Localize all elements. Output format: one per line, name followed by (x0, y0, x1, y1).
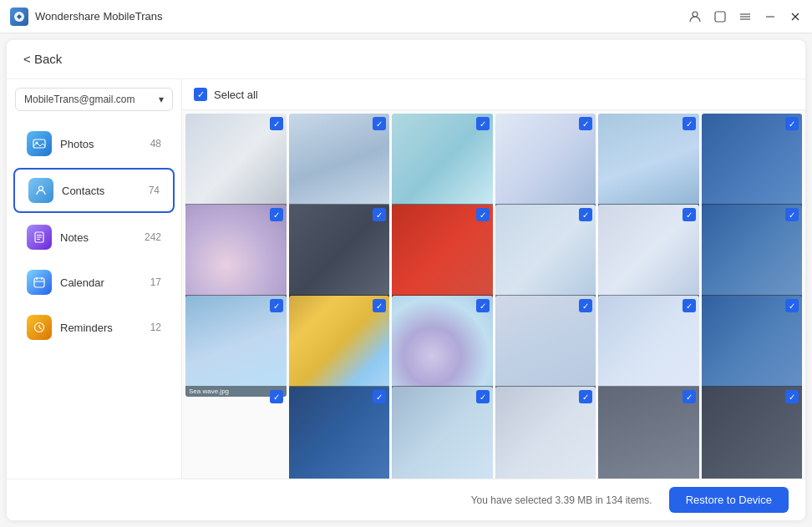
account-dropdown[interactable]: MobileTrans@gmail.com ▾ (15, 88, 173, 111)
sidebar-item-notes[interactable]: Notes 242 (13, 216, 175, 258)
photo-cell[interactable]: ✓Glass gradient.jpg (289, 296, 390, 397)
svg-rect-16 (34, 278, 44, 287)
photo-checkbox[interactable]: ✓ (579, 390, 592, 403)
photo-checkbox[interactable]: ✓ (270, 299, 283, 312)
contacts-icon (28, 178, 53, 203)
close-icon[interactable] (789, 10, 802, 23)
photos-area: ✓ Select all ✓Circular arcade.jpg✓Stairc… (182, 79, 805, 479)
sidebar-item-calendar[interactable]: Calendar 17 (13, 261, 175, 303)
bottom-bar: You have selected 3.39 MB in 134 items. … (7, 479, 805, 520)
photo-checkbox[interactable]: ✓ (476, 117, 490, 130)
photo-cell[interactable]: ✓Gradual weakness.jpg (598, 296, 699, 397)
photo-cell[interactable]: ✓ (598, 387, 699, 479)
app-title: Wondershare MobileTrans (35, 10, 688, 23)
photos-count: 48 (150, 138, 161, 149)
back-button[interactable]: < Back (23, 52, 62, 66)
sidebar-item-reminders[interactable]: Reminders 12 (13, 307, 175, 348)
photo-cell[interactable]: ✓Pink gradient.jpg (495, 205, 596, 306)
sidebar-item-photos[interactable]: Photos 48 (13, 123, 175, 165)
notes-count: 242 (145, 231, 161, 243)
contacts-label: Contacts (62, 185, 140, 197)
main-card: < Back MobileTrans@gmail.com ▾ Photos 48… (7, 40, 805, 520)
photo-checkbox[interactable]: ✓ (785, 208, 799, 221)
photo-checkbox[interactable]: ✓ (270, 208, 283, 221)
select-all-label: Select all (214, 89, 258, 101)
reminders-count: 12 (150, 322, 161, 333)
chevron-down-icon: ▾ (159, 94, 164, 105)
photo-checkbox[interactable]: ✓ (476, 299, 490, 312)
window-controls (688, 10, 802, 23)
photo-checkbox[interactable]: ✓ (683, 390, 696, 403)
svg-rect-2 (715, 12, 725, 22)
selection-info: You have selected 3.39 MB in 134 items. (471, 494, 652, 506)
photo-cell[interactable]: ✓Evening sky.jpg (495, 114, 596, 215)
menu-icon[interactable] (738, 10, 752, 23)
sidebar: MobileTrans@gmail.com ▾ Photos 48 Contac… (7, 79, 182, 479)
photo-cell[interactable]: ✓ (289, 387, 390, 479)
sidebar-item-contacts[interactable]: Contacts 74 (13, 168, 175, 213)
photo-checkbox[interactable]: ✓ (270, 117, 283, 130)
calendar-label: Calendar (60, 276, 142, 289)
svg-line-22 (39, 327, 42, 329)
photo-checkbox[interactable]: ✓ (683, 299, 696, 312)
titlebar: Wondershare MobileTrans (0, 0, 812, 33)
reminders-icon (27, 315, 52, 340)
notification-icon[interactable] (713, 10, 727, 23)
photo-cell[interactable]: ✓White building.jpg (702, 296, 803, 397)
photo-cell[interactable]: ✓Red Bridge.jpg (392, 205, 493, 306)
app-logo (10, 8, 28, 26)
contacts-count: 74 (149, 185, 160, 196)
photo-checkbox[interactable]: ✓ (683, 117, 696, 130)
photo-checkbox[interactable]: ✓ (785, 299, 799, 312)
photo-cell[interactable]: ✓Sea wave.jpg (185, 296, 287, 397)
account-icon[interactable] (688, 10, 702, 23)
photo-cell[interactable]: ✓Summer.jpg (598, 114, 699, 215)
photo-checkbox[interactable]: ✓ (683, 208, 696, 221)
photo-cell[interactable]: ✓ (392, 387, 493, 479)
photo-cell[interactable]: ✓Residence.jpg (289, 205, 390, 306)
calendar-icon (27, 270, 52, 295)
photo-grid: ✓Circular arcade.jpg✓Staircase room.jpg✓… (182, 110, 805, 479)
account-email: MobileTrans@gmail.com (24, 94, 134, 105)
notes-label: Notes (60, 231, 136, 244)
photo-checkbox[interactable]: ✓ (373, 390, 386, 403)
photo-checkbox[interactable]: ✓ (579, 208, 592, 221)
photo-cell[interactable]: ✓Orange gradient.jpg (392, 296, 493, 397)
calendar-count: 17 (150, 276, 161, 288)
photo-checkbox[interactable]: ✓ (579, 117, 592, 130)
svg-point-1 (693, 12, 698, 17)
photos-header: ✓ Select all (182, 79, 805, 110)
restore-to-device-button[interactable]: Restore to Device (669, 487, 789, 513)
photo-cell[interactable]: ✓ (495, 387, 596, 479)
select-all-checkbox[interactable]: ✓ (194, 88, 207, 101)
photo-cell[interactable]: ✓Staircase room.jpg (289, 114, 390, 215)
photos-icon (27, 131, 52, 156)
photo-cell[interactable]: ✓Circular arcade.jpg (185, 114, 287, 215)
photo-cell[interactable]: ✓ (185, 387, 287, 479)
back-bar: < Back (7, 40, 805, 79)
photo-checkbox[interactable]: ✓ (373, 208, 386, 221)
content-area: MobileTrans@gmail.com ▾ Photos 48 Contac… (7, 79, 805, 479)
reminders-label: Reminders (60, 322, 142, 334)
photo-cell[interactable]: ✓Skyscraper.jpg (702, 205, 803, 306)
svg-rect-9 (33, 139, 45, 148)
photo-checkbox[interactable]: ✓ (373, 299, 386, 312)
photo-checkbox[interactable]: ✓ (579, 299, 592, 312)
svg-point-11 (39, 186, 43, 190)
photo-cell[interactable]: ✓IMG_20200224.jpg (185, 205, 287, 306)
photo-cell[interactable]: ✓Fluid gradient.jpg (392, 114, 493, 215)
minimize-icon[interactable] (764, 10, 777, 23)
photos-label: Photos (60, 138, 142, 150)
photo-checkbox[interactable]: ✓ (270, 390, 283, 403)
photo-cell[interactable]: ✓ (702, 387, 803, 479)
photo-checkbox[interactable]: ✓ (476, 390, 490, 403)
photo-cell[interactable]: ✓Water drop wave.jpg (495, 296, 596, 397)
photo-checkbox[interactable]: ✓ (785, 117, 799, 130)
photo-cell[interactable]: ✓White gradient.jpg (598, 205, 699, 306)
photo-checkbox[interactable]: ✓ (785, 390, 799, 403)
photo-checkbox[interactable]: ✓ (476, 208, 490, 221)
notes-icon (27, 225, 52, 250)
photo-checkbox[interactable]: ✓ (373, 117, 386, 130)
photo-cell[interactable]: ✓Office building.jpg (702, 114, 803, 215)
